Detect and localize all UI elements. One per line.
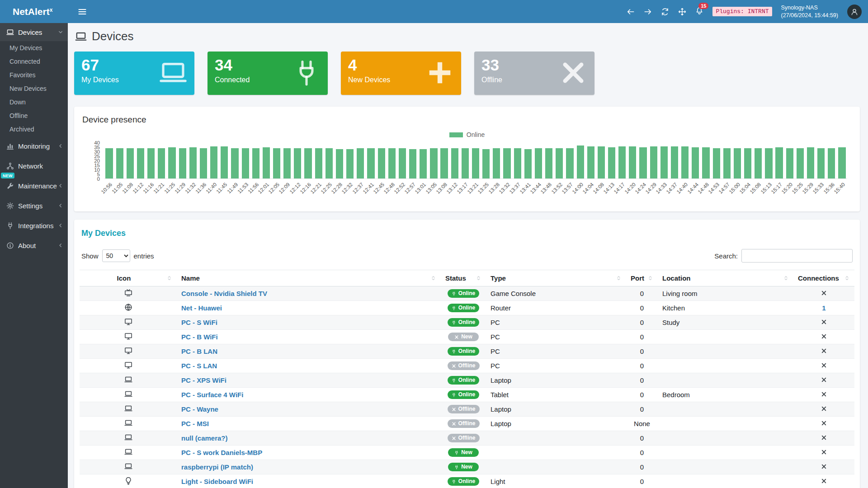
notifications-bell[interactable]: 15 [695, 7, 703, 17]
sidebar-subitem-favorites[interactable]: Favorites [0, 68, 68, 82]
stat-card-offline[interactable]: 33Offline [474, 52, 594, 95]
status-badge: Online [448, 376, 479, 385]
status-badge: Online [448, 304, 479, 312]
x-tick-label: 13:28 [487, 182, 500, 195]
no-connection-x-icon[interactable] [821, 478, 827, 484]
online-count-bar [734, 148, 741, 178]
device-location [658, 431, 793, 446]
stat-card-my-devices[interactable]: 67My Devices [74, 52, 194, 95]
stat-card-connected[interactable]: 34Connected [208, 52, 328, 95]
user-avatar[interactable] [847, 5, 862, 19]
x-tick-label: 13:48 [540, 182, 553, 195]
column-header-port[interactable]: Port [626, 270, 658, 286]
status-label: New [461, 334, 472, 340]
hamburger-menu-icon[interactable] [78, 7, 87, 16]
online-count-bar [304, 148, 311, 178]
x-tick-label: 13:08 [435, 182, 448, 195]
column-header-status[interactable]: Status [441, 270, 486, 286]
no-connection-x-icon[interactable] [821, 406, 827, 412]
no-connection-x-icon[interactable] [821, 290, 827, 296]
no-connection-x-icon[interactable] [821, 377, 827, 383]
bar-slot: 13:25 [481, 143, 491, 178]
column-label: Location [662, 274, 780, 282]
x-tick-label: 11:08 [121, 182, 134, 194]
status-badge: Offline [448, 434, 480, 442]
device-name-link[interactable]: PC - B WiFi [181, 333, 218, 341]
column-header-type[interactable]: Type [486, 270, 626, 286]
device-name-link[interactable]: Console - Nvidia Shield TV [181, 290, 267, 297]
device-name-link[interactable]: PC - S LAN [181, 362, 217, 370]
no-connection-x-icon[interactable] [821, 319, 827, 325]
device-name-link[interactable]: PC - MSI [181, 420, 209, 427]
online-count-bar [566, 148, 573, 178]
column-header-location[interactable]: Location [658, 270, 793, 286]
x-tick-label: 13:37 [508, 182, 521, 195]
sidebar-item-settings[interactable]: Settings [0, 196, 68, 216]
no-connection-x-icon[interactable] [821, 362, 827, 368]
sidebar-item-maintenance[interactable]: MaintenanceNEW [0, 176, 68, 196]
refresh-icon[interactable] [661, 8, 669, 16]
monitor-icon [124, 318, 132, 326]
device-row: PC - B LANOnlinePC0 [80, 344, 854, 359]
sidebar-subitem-my-devices[interactable]: My Devices [0, 41, 68, 55]
online-count-bar [556, 148, 563, 178]
page-size-select[interactable]: 50 [102, 249, 130, 262]
x-tick-label: 13:01 [414, 182, 427, 195]
device-name-link[interactable]: PC - XPS WiFi [181, 376, 226, 384]
sidebar-subitem-new-devices[interactable]: New Devices [0, 82, 68, 95]
device-port: 0 [626, 402, 658, 417]
sidebar-item-integrations[interactable]: Integrations [0, 216, 68, 235]
no-connection-x-icon[interactable] [821, 449, 827, 455]
device-name-link[interactable]: PC - S WiFi [181, 319, 217, 326]
no-connection-x-icon[interactable] [821, 333, 827, 339]
bar-slot: 11:21 [156, 143, 167, 178]
no-connection-x-icon[interactable] [821, 435, 827, 441]
plug-icon [452, 378, 456, 383]
device-name-link[interactable]: PC - B LAN [181, 347, 217, 355]
bar-slot: 12:52 [397, 143, 407, 178]
online-count-bar [681, 146, 689, 178]
device-name-link[interactable]: Light - Sideboard WiFi [181, 478, 253, 485]
x-tick-label: 10:56 [100, 182, 113, 195]
device-name-link[interactable]: null (camera?) [181, 434, 228, 442]
nav-forward-icon[interactable] [644, 8, 652, 16]
device-name-link[interactable]: PC - Wayne [181, 405, 218, 413]
column-header-connections[interactable]: Connections [793, 270, 854, 286]
page-size-control: Show 50 entries [81, 249, 154, 262]
stat-card-new-devices[interactable]: 4New Devices [341, 52, 461, 95]
sidebar-subitem-connected[interactable]: Connected [0, 55, 68, 68]
brand-logo[interactable]: NetAlertx [0, 6, 68, 17]
online-count-bar [639, 147, 646, 178]
device-name-link[interactable]: raspberrypi (IP match) [181, 463, 253, 471]
laptop-icon [6, 28, 14, 36]
no-connection-x-icon[interactable] [821, 348, 827, 354]
sidebar-item-monitoring[interactable]: Monitoring [0, 136, 68, 156]
search-input[interactable] [741, 249, 853, 263]
device-location [658, 402, 793, 417]
connections-count-link[interactable]: 1 [822, 304, 826, 312]
x-tick-label: 12:25 [320, 182, 333, 195]
column-header-icon[interactable]: Icon [80, 270, 177, 286]
no-connection-x-icon[interactable] [821, 391, 827, 397]
chart-legend[interactable]: Online [81, 131, 853, 138]
device-name-link[interactable]: PC - Surface 4 WiFi [181, 391, 243, 399]
nav-back-icon[interactable] [627, 8, 635, 16]
x-tick-label: 11:40 [205, 182, 217, 194]
device-name-link[interactable]: PC - S work Daniels-MBP [181, 449, 262, 456]
move-arrows-icon[interactable] [678, 8, 686, 16]
online-count-bar [618, 146, 626, 178]
sidebar-item-about[interactable]: About [0, 235, 68, 255]
no-connection-x-icon[interactable] [821, 420, 827, 426]
sidebar-subitem-down[interactable]: Down [0, 95, 68, 109]
sidebar-item-devices[interactable]: Devices [0, 23, 68, 41]
x-tick-label: 14:40 [676, 182, 689, 195]
chart-bars: 10:5611:0511:0811:1211:1611:2111:2511:29… [104, 143, 847, 179]
device-type: Laptop [486, 417, 626, 431]
chevron-left-icon [58, 203, 63, 208]
sidebar-subitem-archived[interactable]: Archived [0, 122, 68, 136]
plugins-status-tag[interactable]: Plugins: INTRNT [712, 7, 772, 16]
no-connection-x-icon[interactable] [821, 464, 827, 469]
column-header-name[interactable]: Name [177, 270, 441, 286]
sidebar-subitem-offline[interactable]: Offline [0, 109, 68, 122]
device-name-link[interactable]: Net - Huawei [181, 304, 222, 312]
